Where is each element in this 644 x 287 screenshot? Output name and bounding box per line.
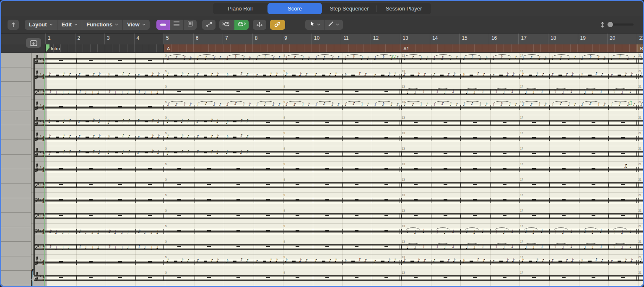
ruler-bar-3[interactable]: 3 [104,34,134,44]
track-row[interactable] [1,140,31,155]
ruler-bar-7[interactable]: 7 [223,34,252,44]
marker-a[interactable]: A [164,44,400,52]
ruler-bar-19[interactable]: 19 [578,34,608,44]
staff-row-3[interactable]: ♯4459131721♪♩♩♩♪♩♩♩♪♩♩♩♪♩♩♩♩♩♩♩♩♩♩♩♩♩♩♩♩… [31,84,643,99]
ruler-bar-20[interactable]: 20 [607,34,637,44]
tab-score[interactable]: Score [267,3,322,14]
score-bar-number: 17 [520,85,523,88]
pointer-tool-selector[interactable] [305,20,324,30]
note-glyph: ♪ [181,119,184,124]
ruler-bar-10[interactable]: 10 [312,34,341,44]
zoom-slider-knob[interactable] [608,22,613,27]
marker-a1[interactable]: A1 [400,44,636,52]
ruler-bar-21[interactable]: 21 [637,34,643,44]
note-glyph: ♪ [618,102,621,106]
menu-layout[interactable]: Layout [25,20,57,30]
ruler-bar-16[interactable]: 16 [489,34,519,44]
link-button[interactable] [270,20,285,30]
track-row[interactable] [1,184,31,198]
track-row[interactable] [1,227,31,242]
midi-in-button[interactable] [219,20,234,30]
midi-out-button[interactable] [234,20,249,30]
staff-row-14[interactable]: ♯4459131721♪♪♪♪♪♪♪♪♪♪♪♪♪♪♪♪♪♪♪♪♪♪♪♪♪♪♪♪♪… [31,254,643,270]
marker-lane[interactable]: IntroAA1B [1,44,643,52]
staff-row-9[interactable]: ♯4459131721 [31,177,643,192]
ruler-bar-12[interactable]: 12 [371,34,400,44]
note-glyph: ♪ [285,258,288,263]
track-row[interactable] [1,125,31,140]
score-canvas[interactable]: ♯4459131721♩♪♩♪♩♪♩♪♩♪♩♪♩♪♩♪♩♪♩♪♩♪♩♪♩♪♩♪♩… [31,53,643,286]
track-row[interactable] [1,67,31,82]
track-row[interactable] [1,111,31,126]
staff-row-2[interactable]: ♯4459131721♪♪♪♪♪♪♪♪♪♪♪♪♪♪♪♪♪♪♪♪♪♪♪♪♪♪♪♪♪… [31,68,643,84]
half-rest [145,137,148,138]
note-glyph: ♩ [422,245,424,249]
barline [638,136,639,141]
track-row[interactable] [1,271,31,285]
menu-edit[interactable]: Edit [57,20,82,30]
track-row[interactable] [1,82,31,96]
staff-row-1[interactable]: ♯4459131721♩♪♩♪♩♪♩♪♩♪♩♪♩♪♩♪♩♪♩♪♩♪♩♪♩♪♩♪♩… [31,53,643,68]
tab-step-sequencer[interactable]: Step Sequencer [322,3,377,14]
tab-piano-roll[interactable]: Piano Roll [213,3,267,14]
ruler-bar-9[interactable]: 9 [282,34,312,44]
pencil-tool-selector[interactable] [324,20,343,30]
catch-playhead-button[interactable] [253,20,266,30]
marker-b[interactable]: B [637,44,643,52]
linear-view-button[interactable] [156,20,170,30]
double-barline [636,213,637,219]
ruler-bar-4[interactable]: 4 [134,34,164,44]
ruler-bar-15[interactable]: 15 [459,34,489,44]
staff-row-5[interactable]: ♯4459131721♪♪♪♪♪♪♪♪♪♪♪♪♪♪♪♪♪♪♪♪♪ [31,115,643,130]
playhead[interactable] [44,53,45,286]
staff-row-10[interactable]: ♯4459131721 [31,192,643,208]
whole-rest [325,199,329,201]
staff-row-13[interactable]: ♯4459131721♪♩♩♩♪♩♩♩♪♩♩♩♪♩♩♩♩♩♩♩♩♩♩♩♩♩♩♩♩… [31,239,643,254]
barline [254,244,254,250]
vertical-zoom-slider[interactable] [600,21,634,28]
note-glyph: ♩ [167,102,169,107]
ruler-bar-5[interactable]: 5 [164,34,193,44]
track-row[interactable] [1,169,31,184]
bar-ruler[interactable]: 123456789101112131415161718192021 IntroA… [1,34,643,52]
track-row[interactable] [1,53,31,67]
note-glyph: ♪ [329,72,332,77]
note-glyph: ♪ [492,73,495,78]
zoom-slider-track[interactable] [608,23,634,26]
ruler-bar-11[interactable]: 11 [341,34,371,44]
ruler-bar-14[interactable]: 14 [430,34,460,44]
ruler-bar-8[interactable]: 8 [252,34,282,44]
ruler-bar-17[interactable]: 17 [518,34,548,44]
ruler-bar-2[interactable]: 2 [75,34,105,44]
staff-row-6[interactable]: ♯4459131721♪♪♪♪♪♪♪♪♪♪♪♪♪♪♪♪♪♪♪♪♪ [31,130,643,146]
staff-row-15[interactable]: ♯4459131721 [31,270,643,285]
ruler-numbers[interactable]: 123456789101112131415161718192021 [1,34,643,44]
track-row[interactable] [1,155,31,169]
staff-row-4[interactable]: ♯4459131721♩♪♩♪♩♪♩♪♩♪♩♪♩♪♩♪♩♪♩♪♩♪♩♪♩♪♩♪♩… [31,99,643,115]
display-level-up-button[interactable] [8,20,19,30]
ruler-bar-1[interactable]: 1 [45,34,75,44]
staff-row-12[interactable]: ♯4459131721♪♩♩♩♪♩♩♩♪♩♩♩♪♩♩♩♩♩♩♩♩♩♩♩♩♩♩♩♩… [31,223,643,239]
marker-display-button[interactable] [26,38,41,48]
ruler-bar-13[interactable]: 13 [400,34,430,44]
menu-functions[interactable]: Functions [82,20,122,30]
tab-session-player[interactable]: Session Player [377,3,431,14]
track-row[interactable] [1,213,31,228]
marker-intro[interactable]: Intro [45,44,164,52]
ruler-bar-6[interactable]: 6 [193,34,223,44]
track-row[interactable] [1,256,31,271]
track-row[interactable] [1,242,31,256]
staff-row-8[interactable]: ♯4459131721♫♫ [31,161,643,177]
staff-row-11[interactable]: ♯4459131721 [31,208,643,223]
track-row[interactable] [1,198,31,213]
staff-row-7[interactable]: ♯4459131721♪♪♪♪♪♪♪♪♪♪♪♪♪♪♪♪♪♪♪♪♪ [31,146,643,161]
wrapped-view-button[interactable] [170,20,183,30]
ruler-bar-18[interactable]: 18 [548,34,578,44]
menu-view[interactable]: View [122,20,149,30]
automation-line-button[interactable] [202,20,216,30]
note-glyph: ♩ [406,245,408,250]
track-row[interactable] [1,96,31,111]
score-bar-number: 13 [402,271,405,274]
note-glyph: ♩ [156,230,158,235]
page-view-button[interactable] [183,20,197,30]
